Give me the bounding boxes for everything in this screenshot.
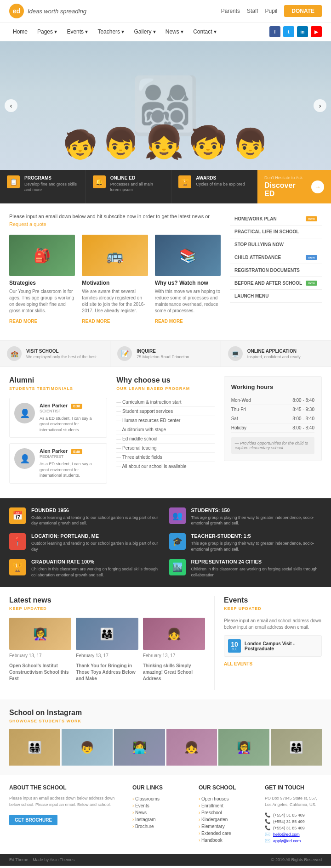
stat-location: 📍 LOCATION: PORTLAND, ME Outdoor learnin… [9,533,162,552]
news-grid: 👩‍🏫 February 13, 17 Open School's Instit… [9,618,205,686]
sidebar-practical-life[interactable]: PRACTICAL LIFE IN SCHOOL [230,225,322,238]
badge-new-homework: new [306,216,317,221]
facebook-icon[interactable]: f [269,26,280,37]
info-bar: 🏫 VISIT SCHOOL We employed only the best… [0,340,331,367]
why-item-4: Ed middle school [116,434,214,444]
instagram-img-0[interactable]: 👨‍👩‍👧‍👦 [9,729,60,766]
card-strategies-readmore[interactable]: READ MORE [9,319,37,324]
nav-pages[interactable]: Pages ▾ [34,26,61,37]
all-events-link[interactable]: ALL EVENTS [224,661,252,666]
card-motivation: 🚌 Motivation We are aware that several f… [82,235,148,324]
slider-next-button[interactable]: › [314,99,326,112]
twitter-icon[interactable]: t [283,26,294,37]
alumni-subtitle: STUDENTS TESTIMONIALS [9,386,107,391]
sidebar-before-after-school[interactable]: BEFORE AND AFTER SCHOOL new [230,277,322,290]
card-whyus-desc: With this move we are hoping to reduce s… [155,288,221,314]
nav-links: Home Pages ▾ Events ▾ Teachers ▾ Gallery… [9,26,220,37]
sidebar-stop-bullying[interactable]: STOP BULLYING NOW [230,238,322,251]
card-motivation-readmore[interactable]: READ MORE [82,319,110,324]
sidebar-child-attendance[interactable]: CHILD ATTENDANCE new [230,251,322,264]
request-quote-link[interactable]: Request a quote [9,221,46,227]
footer-school-preschool[interactable]: Preschool [199,809,256,816]
nav-gallery[interactable]: Gallery ▾ [130,26,159,37]
footer-school-kindergarten[interactable]: Kindergarten [199,816,256,823]
slider-prev-button[interactable]: ‹ [5,99,17,112]
nav-contact[interactable]: Contact ▾ [189,26,220,37]
footer-link-instagram[interactable]: Instagram [132,816,189,823]
testimonial-1-text: As a ED student, I can say a great envir… [40,416,102,433]
nav-events[interactable]: Events ▾ [63,26,91,37]
news-img-0: 👩‍🏫 [9,618,71,650]
hours-row-0: Mon-Wed 8:00 - 8:40 [231,396,314,405]
contact-phone-2: 📞 (+554) 31 85 409 [265,825,322,830]
online-ed-icon: 🔔 [93,175,106,188]
sidebar-homework-plan[interactable]: HOMEWORK PLAN new [230,213,322,225]
footer-link-brochure[interactable]: Brochure [132,823,189,830]
news-title-0[interactable]: Open School's Institut Constructivism Sc… [9,663,71,682]
instagram-img-4[interactable]: 👩‍🏫 [218,729,269,766]
pupil-link[interactable]: Pupil [265,8,278,14]
footer-about-title: ABOUT THE SCHOOL [9,784,123,791]
footer-school-extended-care[interactable]: Extended care [199,830,256,837]
donate-button[interactable]: DONATE [284,5,322,17]
contact-phone-0: 📞 (+554) 31 85 409 [265,812,322,817]
footer-school-open-houses[interactable]: Open houses [199,795,256,802]
nav-news[interactable]: News ▾ [162,26,187,37]
stat-founded-title: FOUNDED 1956 [31,507,162,513]
footer-link-news[interactable]: News [132,809,189,816]
youtube-icon[interactable]: ▶ [311,26,322,37]
instagram-img-1[interactable]: 👦 [62,729,113,766]
card-img-motivation: 🚌 [82,235,148,276]
email-icon-1: ✉️ [265,838,270,843]
programs-bar: 📋 PROGRAMS Develop fine and gross skills… [0,170,331,203]
get-brochure-button[interactable]: GET BROCHURE [9,815,57,825]
staff-link[interactable]: Staff [247,8,258,14]
instagram-img-2[interactable]: 👩‍💻 [114,729,165,766]
footer-school-enrollment[interactable]: Enrollment [199,802,256,809]
instagram-img-5[interactable]: 👨‍👩‍👧 [271,729,322,766]
badge-new-attendance: new [306,255,317,260]
footer-school-handbook[interactable]: Handbook [199,837,256,844]
nav-home[interactable]: Home [9,26,31,37]
edit-badge-1[interactable]: Edit [71,404,82,409]
discover-label: Don't Hesitate to Ask [264,175,308,180]
news-title-2[interactable]: Thinking skills Simply amazing! Great Sc… [143,663,205,682]
instagram-img-3[interactable]: 👧 [166,729,217,766]
event-item-0[interactable]: 10 JUL London Campus Visit - Postgraduat… [224,635,322,657]
logo: ed Ideas worth spreading [9,4,86,18]
contact-email-0[interactable]: ✉️ hello@ed.com [265,832,322,837]
why-item-5: Personal teacing [116,444,214,453]
alumni-section: Alumni STUDENTS TESTIMONIALS 👤 Alen Park… [0,367,331,498]
news-subtitle: KEEP UPDATED [9,606,205,611]
card-whyus-readmore[interactable]: READ MORE [155,319,183,324]
alumni-col: Alumni STUDENTS TESTIMONIALS 👤 Alen Park… [9,376,107,489]
hours-row-1: Thu-Fri 8:45 - 9:30 [231,405,314,414]
testimonial-2: 👤 Alen Parker Edit PEDIATRIST As a ED st… [9,443,107,483]
info-inquire[interactable]: 📝 INQUIRE 75 Mapleton Road Princeton [110,341,221,366]
contact-email-1[interactable]: ✉️ apply@ed.com [265,838,322,843]
news-title: Latest news [9,596,205,604]
card-motivation-title: Motivation [82,280,148,286]
news-title-1[interactable]: Thank You for Bringing in Those Toys Add… [76,663,138,682]
parents-link[interactable]: Parents [221,8,240,14]
footer-link-events[interactable]: Events [132,802,189,809]
edit-badge-2[interactable]: Edit [71,449,82,454]
graduation-icon: 🏆 [9,559,26,575]
sidebar-registration-docs[interactable]: REGISTRATION DOCUMENTS [230,264,322,277]
footer-contact-title: GET IN TOUCH [265,784,322,791]
nav-teachers[interactable]: Teachers ▾ [94,26,128,37]
footer-school-elementary[interactable]: Elementary [199,823,256,830]
info-online-app[interactable]: 💻 ONLINE APPLICATION Inspired, confident… [221,341,331,366]
discover-ed-item[interactable]: Don't Hesitate to Ask Discover ED → [257,170,331,203]
info-visit-school[interactable]: 🏫 VISIT SCHOOL We employed only the best… [0,341,110,366]
linkedin-icon[interactable]: in [297,26,308,37]
phone-icon-0: 📞 [265,812,270,817]
footer-link-classrooms[interactable]: Classrooms [132,795,189,802]
news-item-1: 👨‍👩‍👧 February 13, 17 Thank You for Brin… [76,618,138,686]
why-list: Curriculum & instruction start Student s… [116,398,214,471]
sidebar-launch-menu[interactable]: LAUNCH MENU [230,290,322,303]
footer-bottom: Ed Theme – Made by Aisin Themes © 2019 A… [0,854,331,866]
footer-links: OUR LINKS Classrooms Events News Instagr… [132,784,189,845]
hero-slider: 👨‍👩‍👧‍👦 🧒 👦 👧 🧒 👦 ‹ › [0,41,331,170]
program-item-programs: 📋 PROGRAMS Develop fine and gross skills… [0,170,86,203]
